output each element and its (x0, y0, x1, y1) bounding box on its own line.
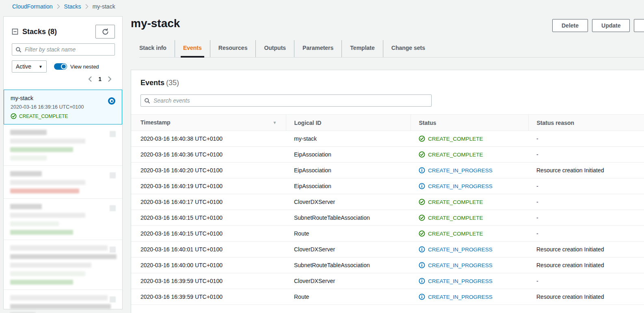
check-circle-icon (11, 113, 17, 119)
stack-list-item-redacted[interactable] (4, 240, 122, 290)
stack-name: my-stack (11, 95, 115, 101)
search-icon (144, 98, 150, 104)
redacted-text-bar (10, 254, 117, 259)
unselected-radio[interactable] (110, 131, 116, 137)
unselected-radio[interactable] (110, 172, 116, 178)
stack-list-item-my-stack[interactable]: my-stack 2020-03-16 16:39:16 UTC+0100 CR… (4, 90, 122, 124)
event-status-reason: - (528, 194, 644, 210)
sidebar-header: Stacks (8) (4, 17, 122, 39)
event-row: 2020-03-16 16:40:36 UTC+0100EipAssociati… (131, 147, 644, 163)
tab-events[interactable]: Events (175, 40, 210, 57)
tab-stack-info[interactable]: Stack info (139, 40, 175, 57)
stack-status-label: CREATE_COMPLETE (19, 114, 68, 119)
previous-page-icon[interactable] (88, 76, 92, 82)
breadcrumb-item-cloudformation[interactable]: CloudFormation (12, 3, 53, 10)
event-logical-id: SubnetRouteTableAssociation (286, 210, 411, 226)
event-status-reason: Resource creation Initiated (528, 289, 644, 305)
cut-off-button[interactable] (634, 19, 644, 32)
stack-status-select[interactable]: Active ▼ (12, 60, 47, 73)
breadcrumb-item-my-stack: my-stack (93, 3, 115, 10)
events-header: Events (35) (131, 70, 644, 94)
sidebar-title: Stacks (8) (22, 28, 57, 36)
redacted-stack-list (4, 124, 122, 313)
tab-outputs[interactable]: Outputs (255, 40, 294, 57)
breadcrumb-item-stacks[interactable]: Stacks (64, 3, 81, 10)
column-header-timestamp[interactable]: Timestamp▼ (131, 115, 286, 131)
header-buttons: DeleteUpdate (552, 19, 644, 32)
stacks-count: (8) (48, 28, 57, 36)
update-button[interactable]: Update (592, 19, 630, 32)
event-logical-id: SubnetRouteTableAssociation (286, 257, 411, 273)
event-status: CREATE_COMPLETE (411, 226, 528, 242)
sidebar-pagination: 1 (4, 73, 122, 83)
event-status-label: CREATE_IN_PROGRESS (428, 167, 493, 174)
redacted-text-bar (10, 156, 47, 161)
stack-list-item-redacted[interactable] (4, 199, 122, 240)
event-row: 2020-03-16 16:40:20 UTC+0100EipAssociati… (131, 163, 644, 178)
stack-list-item-redacted[interactable] (4, 124, 122, 166)
events-search-input[interactable] (153, 97, 428, 104)
page-number[interactable]: 1 (98, 76, 102, 82)
stack-list-item-redacted[interactable] (4, 290, 122, 313)
redacted-text-bar (10, 180, 85, 185)
stack-list-item-redacted[interactable] (4, 166, 122, 199)
stack-status: CREATE_COMPLETE (11, 113, 115, 119)
redacted-text-bar (10, 189, 79, 193)
check-circle-icon (419, 214, 425, 221)
check-circle-icon (419, 135, 425, 142)
sidebar-controls: Active ▼ View nested (12, 60, 115, 73)
stack-created-timestamp: 2020-03-16 16:39:16 UTC+0100 (11, 104, 115, 110)
unselected-radio[interactable] (110, 296, 116, 302)
next-page-icon[interactable] (108, 76, 112, 82)
refresh-icon (102, 28, 109, 35)
event-logical-id: my-stack (286, 131, 411, 147)
refresh-button[interactable] (95, 25, 115, 39)
redacted-text-bar (10, 245, 108, 251)
event-timestamp: 2020-03-16 16:40:01 UTC+0100 (131, 242, 286, 257)
event-status-reason: Resource creation Initiated (528, 163, 644, 178)
event-status-label: CREATE_COMPLETE (428, 136, 483, 142)
event-timestamp: 2020-03-16 16:40:15 UTC+0100 (131, 226, 286, 242)
info-circle-icon (419, 167, 425, 174)
event-timestamp: 2020-03-16 16:40:15 UTC+0100 (131, 210, 286, 226)
event-status: CREATE_IN_PROGRESS (411, 242, 528, 257)
stack-filter-input[interactable] (25, 46, 111, 53)
delete-button[interactable]: Delete (552, 19, 588, 32)
redacted-text-bar (10, 171, 42, 176)
selected-radio[interactable] (108, 97, 115, 105)
event-row: 2020-03-16 16:40:15 UTC+0100SubnetRouteT… (131, 210, 644, 226)
tab-change-sets[interactable]: Change sets (383, 40, 433, 57)
event-status: CREATE_COMPLETE (411, 210, 528, 226)
event-row: 2020-03-16 16:40:01 UTC+0100CloverDXServ… (131, 242, 644, 257)
event-status-label: CREATE_IN_PROGRESS (428, 183, 493, 189)
unselected-radio[interactable] (110, 205, 116, 211)
event-logical-id: CloverDXServer (286, 242, 411, 257)
check-circle-icon (419, 230, 425, 237)
tab-parameters[interactable]: Parameters (294, 40, 341, 57)
event-timestamp: 2020-03-16 16:40:00 UTC+0100 (131, 257, 286, 273)
column-header-status-reason[interactable]: Status reason (528, 115, 644, 131)
events-panel: Events (35) Timestamp▼Logical IDStatusSt… (131, 70, 644, 313)
unselected-radio[interactable] (110, 247, 116, 253)
collapse-icon[interactable] (12, 28, 18, 35)
check-circle-icon (419, 199, 425, 205)
event-status-label: CREATE_IN_PROGRESS (428, 278, 493, 284)
event-status-reason: - (528, 131, 644, 147)
event-logical-id: EipAssociation (286, 178, 411, 194)
event-status: CREATE_IN_PROGRESS (411, 178, 528, 194)
view-nested-toggle[interactable] (54, 63, 67, 70)
event-logical-id: CloverDXServer (286, 273, 411, 289)
stacks-sidebar: Stacks (8) Active ▼ View nested 1 my-st (3, 16, 123, 309)
event-logical-id: Route (286, 226, 411, 242)
view-nested-label: View nested (70, 64, 99, 70)
events-title: Events (140, 79, 164, 87)
redacted-text-bar (10, 204, 42, 209)
column-header-status[interactable]: Status (411, 115, 528, 131)
event-timestamp: 2020-03-16 16:40:17 UTC+0100 (131, 194, 286, 210)
tab-resources[interactable]: Resources (210, 40, 256, 57)
redacted-text-bar (10, 271, 85, 276)
column-header-logical-id[interactable]: Logical ID (286, 115, 411, 131)
sort-descending-icon[interactable]: ▼ (273, 119, 277, 126)
tab-template[interactable]: Template (341, 40, 383, 57)
event-status-label: CREATE_COMPLETE (428, 152, 483, 158)
